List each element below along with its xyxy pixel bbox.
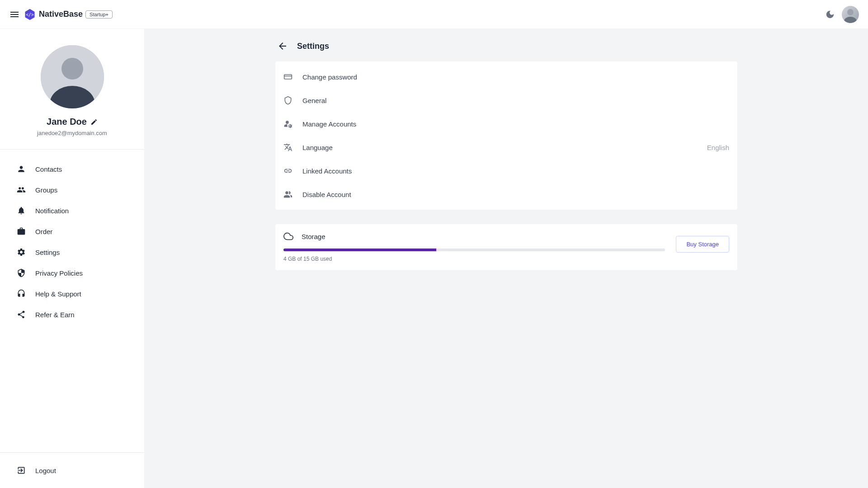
dark-mode-toggle-icon[interactable] [825,9,835,20]
logout-icon [16,465,26,475]
profile-avatar[interactable] [41,45,104,108]
svg-rect-7 [284,75,292,79]
groups-icon [16,185,26,195]
person-icon [16,164,26,174]
sidebar-item-settings[interactable]: Settings [0,242,144,263]
nav-label: Order [35,228,52,235]
profile-name-row: Jane Doe [47,117,98,127]
settings-card: Change password General Manage Accounts … [275,61,737,210]
svg-point-5 [61,58,83,80]
sidebar: Jane Doe janedoe2@mydomain.com Contacts … [0,29,145,488]
sidebar-footer: Logout [0,452,144,488]
logo-hex-icon: </> [24,8,36,21]
row-value: English [707,144,729,151]
translate-icon [283,143,292,152]
main-inner: Settings Change password General Manage … [275,41,737,270]
profile-section: Jane Doe janedoe2@mydomain.com [0,29,144,150]
row-label: Manage Accounts [302,120,729,128]
support-icon [16,289,26,299]
svg-point-2 [847,9,854,15]
storage-title: Storage [302,233,326,240]
storage-card: Storage 4 GB of 15 GB used Buy Storage [275,224,737,270]
person-off-icon [283,190,292,199]
edit-profile-icon[interactable] [90,118,98,126]
app-header: </> NativeBase Startup+ [0,0,868,29]
nav-label: Refer & Earn [35,311,75,319]
cloud-icon [283,231,293,241]
bag-icon [16,226,26,236]
storage-progress-fill [283,249,436,251]
profile-name: Jane Doe [47,117,87,127]
settings-row-disable-account[interactable]: Disable Account [275,183,737,206]
sidebar-item-help[interactable]: Help & Support [0,283,144,304]
nav-label: Privacy Policies [35,269,83,277]
storage-progress-bar [283,249,665,251]
back-arrow-icon[interactable] [277,41,288,52]
page-header: Settings [275,41,737,52]
row-label: Linked Accounts [302,167,729,175]
settings-row-general[interactable]: General [275,89,737,112]
sidebar-item-contacts[interactable]: Contacts [0,159,144,179]
svg-text:</>: </> [26,12,34,17]
svg-point-9 [286,121,289,124]
nav-label: Settings [35,249,60,256]
storage-header: Storage [283,231,665,241]
card-icon [283,72,292,81]
sidebar-item-notification[interactable]: Notification [0,200,144,221]
main-content: Settings Change password General Manage … [145,29,868,488]
settings-row-change-password[interactable]: Change password [275,65,737,89]
nav-label: Notification [35,207,69,215]
profile-email: janedoe2@mydomain.com [37,130,107,136]
manage-accounts-icon [283,119,292,128]
page-title: Settings [297,42,329,51]
row-label: Disable Account [302,191,729,198]
sidebar-item-refer[interactable]: Refer & Earn [0,304,144,325]
gear-icon [16,247,26,257]
hamburger-menu-icon[interactable] [9,9,20,20]
nav-label: Logout [35,467,56,474]
storage-used-text: 4 GB of 15 GB used [283,256,665,262]
sidebar-item-privacy[interactable]: Privacy Policies [0,263,144,283]
settings-row-manage-accounts[interactable]: Manage Accounts [275,112,737,136]
row-label: General [302,97,729,104]
bell-icon [16,206,26,216]
row-label: Change password [302,73,729,81]
link-icon [283,166,292,175]
settings-row-linked-accounts[interactable]: Linked Accounts [275,159,737,183]
brand-logo[interactable]: </> NativeBase Startup+ [24,8,113,21]
storage-left: Storage 4 GB of 15 GB used [283,231,665,262]
nav-list: Contacts Groups Notification Order Setti… [0,150,144,452]
header-avatar[interactable] [842,6,859,23]
nav-label: Contacts [35,165,62,173]
row-label: Language [302,144,697,151]
share-icon [16,310,26,319]
sidebar-item-groups[interactable]: Groups [0,179,144,200]
sidebar-item-order[interactable]: Order [0,221,144,242]
nav-label: Groups [35,186,57,194]
shield-icon [16,268,26,278]
startup-badge: Startup+ [85,10,113,19]
svg-point-3 [844,17,857,23]
shield-outline-icon [283,96,292,105]
sidebar-item-logout[interactable]: Logout [0,460,144,481]
nav-label: Help & Support [35,290,81,298]
header-left: </> NativeBase Startup+ [9,8,113,21]
header-right [825,6,859,23]
brand-name: NativeBase [39,9,83,19]
settings-row-language[interactable]: Language English [275,136,737,159]
buy-storage-button[interactable]: Buy Storage [676,236,729,253]
body: Jane Doe janedoe2@mydomain.com Contacts … [0,29,868,488]
